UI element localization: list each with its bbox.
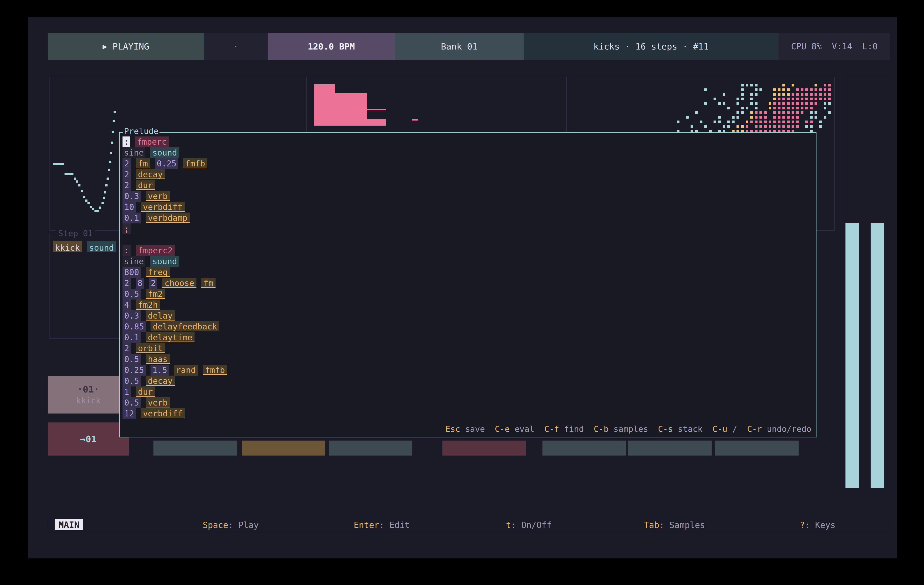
sample-dot <box>755 102 757 105</box>
track-info[interactable]: kicks · 16 steps · #11 <box>524 33 779 60</box>
code-token: haas <box>146 354 170 364</box>
keybar-key: C-f <box>544 424 559 434</box>
sample-dot <box>805 120 808 123</box>
separator-dot: · <box>233 41 238 51</box>
code-token: 2 <box>122 158 131 169</box>
code-token: fmfb <box>183 158 207 168</box>
sample-dot <box>792 93 794 96</box>
code-token: orbit <box>136 343 165 353</box>
pattern-cell[interactable] <box>328 440 412 456</box>
sample-dot <box>819 93 822 96</box>
sample-dot <box>741 125 744 128</box>
waveform-dot <box>62 163 64 165</box>
sample-dot <box>792 116 794 119</box>
histogram-bar <box>367 119 386 125</box>
pattern-number: ·01· <box>78 384 99 395</box>
code-token: fmperc2 <box>136 245 175 256</box>
sample-dot <box>736 125 739 128</box>
code-token: delay <box>146 310 175 321</box>
waveform-dot <box>104 191 106 193</box>
sample-dot <box>769 102 771 105</box>
sample-dot <box>787 116 790 119</box>
pattern-cell[interactable] <box>442 440 526 456</box>
code-token: decay <box>136 169 165 179</box>
sample-dot <box>732 120 734 123</box>
sample-dot <box>810 102 813 105</box>
sample-dot <box>805 102 808 105</box>
waveform-dot <box>78 184 81 186</box>
sample-dot <box>778 120 780 123</box>
sample-dot <box>782 116 785 119</box>
sample-dot <box>764 111 767 114</box>
sample-dot <box>773 111 776 114</box>
sample-dot <box>705 125 707 128</box>
sample-dot <box>778 125 780 128</box>
pattern-cell-active[interactable]: ·01· kkick <box>48 376 129 414</box>
sample-dot <box>782 88 785 91</box>
sample-dot <box>677 120 680 123</box>
code-token: dur <box>136 386 155 397</box>
pattern-cell[interactable] <box>153 440 237 456</box>
waveform-dot <box>83 196 85 198</box>
code-line: 0.3 delay <box>122 310 227 321</box>
code-area[interactable]: : fmpercsine sound2 fm 0.25 fmfb2 decay2… <box>122 137 227 419</box>
sample-dot <box>792 125 794 128</box>
sample-dot <box>750 102 753 105</box>
prelude-editor[interactable]: Prelude : fmpercsine sound2 fm 0.25 fmfb… <box>119 132 817 437</box>
transport-bar: ▶ PLAYING · 120.0 BPM Bank 01 kicks · 16… <box>48 33 890 60</box>
sample-dot <box>796 102 799 105</box>
code-token: ; <box>122 223 131 234</box>
hint-key: Enter <box>354 520 379 530</box>
sample-dot <box>828 93 831 96</box>
sample-dot <box>805 93 808 96</box>
pattern-cell[interactable] <box>628 440 711 456</box>
waveform-dot <box>59 163 62 165</box>
code-token: verb <box>146 191 170 201</box>
transport-status[interactable]: ▶ PLAYING <box>48 33 204 60</box>
code-token: 800 <box>122 267 140 278</box>
code-token: 2 <box>149 278 157 288</box>
code-token: decay <box>146 376 175 386</box>
sample-dot <box>805 107 808 109</box>
sample-dot <box>773 102 776 105</box>
sample-dot <box>787 97 790 100</box>
sample-dot <box>828 97 831 100</box>
status-hint: Space: Play <box>203 520 259 530</box>
code-token: 2 <box>122 343 131 354</box>
waveform-dot <box>81 190 83 192</box>
bank-display[interactable]: Bank 01 <box>395 33 524 60</box>
sample-dot <box>746 107 748 109</box>
sample-dot <box>796 120 799 123</box>
play-icon: ▶ <box>103 42 107 51</box>
bpm-display[interactable]: 120.0 BPM <box>268 33 395 60</box>
pattern-cell[interactable] <box>242 440 325 456</box>
code-token: sine <box>122 256 145 267</box>
sample-dot <box>787 102 790 105</box>
code-token: verbdiff <box>140 408 185 419</box>
waveform-dot <box>71 173 73 175</box>
sample-dot <box>741 84 744 86</box>
code-token: choose <box>162 278 196 288</box>
code-line: 1 dur <box>122 386 227 397</box>
sample-dot <box>727 125 730 128</box>
code-token: 0.5 <box>122 397 140 408</box>
pattern-cell[interactable] <box>543 440 626 456</box>
app-window: ▶ PLAYING · 120.0 BPM Bank 01 kicks · 16… <box>28 17 897 559</box>
code-line: 0.1 delaytime <box>122 332 227 343</box>
sample-dot <box>700 120 703 123</box>
code-line: 2 decay <box>122 169 227 180</box>
sample-dot <box>824 97 827 100</box>
sample-dot <box>796 88 799 91</box>
pattern-cell[interactable] <box>715 440 799 456</box>
sample-dot <box>750 111 753 114</box>
pattern-cell-queued[interactable]: →01 <box>48 422 129 456</box>
sample-dot <box>764 120 767 123</box>
sample-dot <box>691 125 693 128</box>
waveform-dot <box>97 210 99 212</box>
sample-dot <box>796 107 799 109</box>
sample-dot <box>801 93 804 96</box>
sample-dot <box>750 93 753 96</box>
sample-dot <box>773 116 776 119</box>
sample-dot <box>787 111 790 114</box>
code-line: 0.85 delayfeedback <box>122 321 227 332</box>
